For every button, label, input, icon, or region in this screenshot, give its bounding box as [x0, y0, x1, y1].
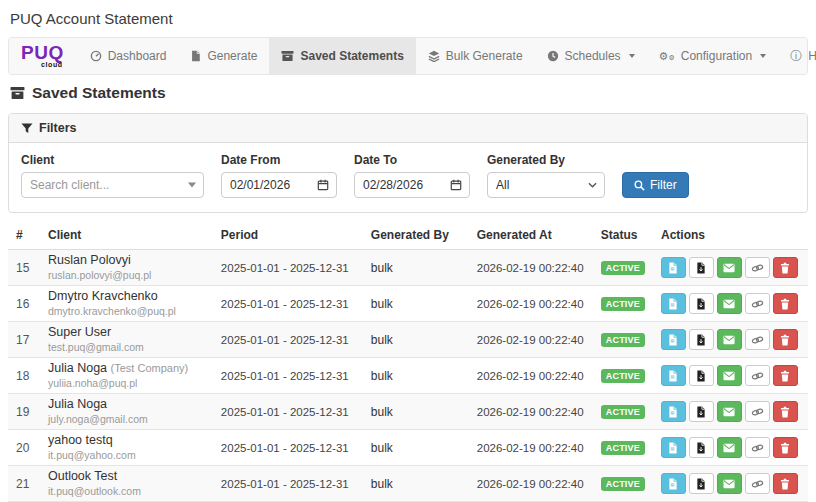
calendar-icon[interactable]: [450, 179, 462, 191]
nav-item-bulk-generate[interactable]: Bulk Generate: [416, 38, 535, 74]
copy-link-button[interactable]: [745, 257, 770, 278]
filter-button[interactable]: Filter: [622, 172, 689, 198]
generated-at-value: 2026-02-19 00:22:40: [469, 394, 593, 430]
delete-button[interactable]: [773, 293, 798, 314]
download-pdf-button[interactable]: [661, 365, 686, 386]
email-button[interactable]: [717, 365, 742, 386]
link-icon: [751, 299, 764, 309]
nav-item-help[interactable]: ⓘ Help: [778, 38, 816, 74]
statement-id: 21: [8, 466, 40, 502]
client-name: Dmytro Kravchenko: [48, 290, 205, 303]
client-email: test.puq@gmail.com: [48, 341, 205, 353]
link-icon: [751, 371, 764, 381]
link-icon: [751, 479, 764, 489]
filters-panel: Filters Client Search client... Date Fro…: [8, 113, 808, 213]
client-label: Client: [21, 153, 204, 167]
copy-link-button[interactable]: [745, 365, 770, 386]
delete-button[interactable]: [773, 401, 798, 422]
download-pdf-button[interactable]: [661, 257, 686, 278]
main-navbar: PUQ cloud Dashboard Generate Saved State…: [8, 37, 808, 75]
file-download-icon: [668, 298, 678, 310]
delete-button[interactable]: [773, 473, 798, 494]
client-email: yuliia.noha@puq.pl: [48, 377, 205, 389]
statement-id: 17: [8, 322, 40, 358]
email-button[interactable]: [717, 293, 742, 314]
delete-button[interactable]: [773, 437, 798, 458]
copy-link-button[interactable]: [745, 473, 770, 494]
nav-item-configuration[interactable]: ⚙⚙ Configuration: [647, 38, 779, 74]
nav-item-generate[interactable]: Generate: [178, 38, 269, 74]
trash-icon: [780, 334, 790, 346]
save-file-button[interactable]: [689, 473, 714, 494]
generated-by-value: bulk: [363, 430, 469, 466]
statement-period: 2025-01-01 - 2025-12-31: [213, 322, 363, 358]
archive-icon: [10, 86, 25, 100]
client-select[interactable]: Search client...: [21, 172, 204, 198]
table-row: 17 Super User test.puq@gmail.com 2025-01…: [8, 322, 808, 358]
copy-link-button[interactable]: [745, 401, 770, 422]
envelope-icon: [723, 263, 735, 273]
nav-item-dashboard[interactable]: Dashboard: [78, 38, 179, 74]
link-icon: [751, 407, 764, 417]
file-download-icon: [668, 262, 678, 274]
date-from-input[interactable]: [230, 178, 328, 192]
client-email: ruslan.polovyi@puq.pl: [48, 269, 205, 281]
delete-button[interactable]: [773, 329, 798, 350]
copy-link-button[interactable]: [745, 329, 770, 350]
save-file-button[interactable]: [689, 257, 714, 278]
download-pdf-button[interactable]: [661, 329, 686, 350]
trash-icon: [780, 298, 790, 310]
file-download-icon: [668, 334, 678, 346]
statement-id: 19: [8, 394, 40, 430]
calendar-icon[interactable]: [317, 179, 329, 191]
save-file-button[interactable]: [689, 401, 714, 422]
file-download-icon: [668, 406, 678, 418]
table-row: 18 Julia Noga (Test Company) yuliia.noha…: [8, 358, 808, 394]
save-file-button[interactable]: [689, 293, 714, 314]
date-to-input[interactable]: [363, 178, 461, 192]
table-header-row: # Client Period Generated By Generated A…: [8, 222, 808, 250]
generated-by-value: bulk: [363, 250, 469, 286]
nav-item-schedules[interactable]: Schedules: [535, 38, 647, 74]
table-row: 20 yahoo testq it.puq@yahoo.com 2025-01-…: [8, 430, 808, 466]
generated-at-value: 2026-02-19 00:22:40: [469, 466, 593, 502]
save-file-button[interactable]: [689, 437, 714, 458]
delete-button[interactable]: [773, 257, 798, 278]
client-name: Super User: [48, 326, 205, 339]
statement-id: 16: [8, 286, 40, 322]
filters-title: Filters: [39, 121, 77, 135]
save-file-button[interactable]: [689, 329, 714, 350]
email-button[interactable]: [717, 401, 742, 422]
client-name: yahoo testq: [48, 434, 205, 447]
generated-by-value: bulk: [363, 394, 469, 430]
email-button[interactable]: [717, 257, 742, 278]
email-button[interactable]: [717, 329, 742, 350]
download-pdf-button[interactable]: [661, 473, 686, 494]
date-to-field: Date To: [354, 153, 470, 198]
statement-period: 2025-01-01 - 2025-12-31: [213, 430, 363, 466]
brand-logo[interactable]: PUQ cloud: [9, 38, 78, 74]
email-button[interactable]: [717, 437, 742, 458]
copy-link-button[interactable]: [745, 293, 770, 314]
download-pdf-button[interactable]: [661, 401, 686, 422]
archive-icon: [281, 50, 294, 62]
save-file-button[interactable]: [689, 365, 714, 386]
nav-item-saved-statements[interactable]: Saved Statements: [269, 38, 415, 74]
copy-link-button[interactable]: [745, 437, 770, 458]
page-heading-label: Saved Statements: [32, 84, 166, 102]
clock-icon: [547, 50, 559, 62]
statement-period: 2025-01-01 - 2025-12-31: [213, 394, 363, 430]
file-save-icon: [696, 262, 706, 274]
col-header-generated-by: Generated By: [363, 222, 469, 250]
page-heading: Saved Statements: [10, 84, 808, 102]
statements-table-body: 15 Ruslan Polovyi ruslan.polovyi@puq.pl …: [8, 250, 808, 502]
layers-icon: [428, 50, 440, 62]
nav-label: Help: [808, 49, 816, 63]
download-pdf-button[interactable]: [661, 437, 686, 458]
generated-by-select[interactable]: All: [487, 172, 605, 198]
delete-button[interactable]: [773, 365, 798, 386]
nav-label: Generate: [207, 49, 257, 63]
email-button[interactable]: [717, 473, 742, 494]
download-pdf-button[interactable]: [661, 293, 686, 314]
filter-button-label: Filter: [650, 178, 677, 192]
